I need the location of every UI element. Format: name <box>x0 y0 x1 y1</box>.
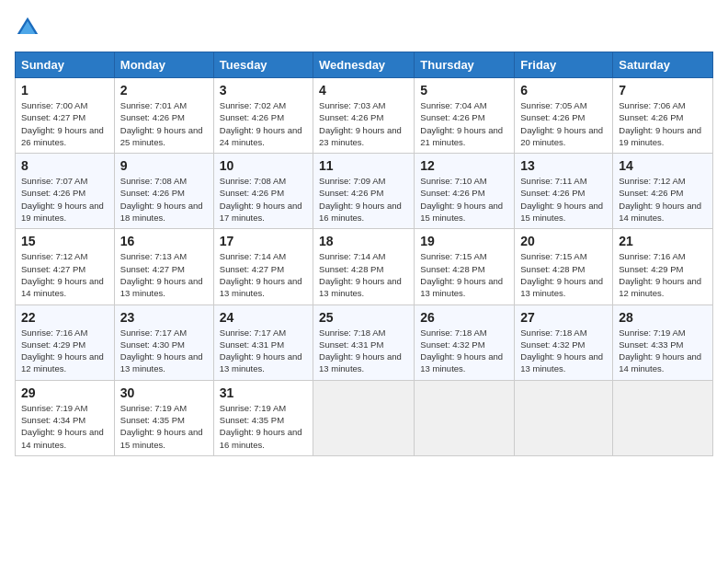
day-info: Sunrise: 7:06 AM Sunset: 4:26 PM Dayligh… <box>619 99 707 148</box>
day-info: Sunrise: 7:12 AM Sunset: 4:27 PM Dayligh… <box>21 250 108 299</box>
day-number: 31 <box>220 385 307 400</box>
calendar-cell: 18 Sunrise: 7:14 AM Sunset: 4:28 PM Dayl… <box>313 229 415 304</box>
calendar-cell: 14 Sunrise: 7:12 AM Sunset: 4:26 PM Dayl… <box>613 154 713 229</box>
day-info: Sunrise: 7:08 AM Sunset: 4:26 PM Dayligh… <box>220 175 307 224</box>
day-number: 3 <box>220 83 307 98</box>
day-number: 15 <box>21 234 108 248</box>
calendar-week-row: 15 Sunrise: 7:12 AM Sunset: 4:27 PM Dayl… <box>16 229 713 304</box>
day-info: Sunrise: 7:16 AM Sunset: 4:29 PM Dayligh… <box>21 327 108 375</box>
day-number: 13 <box>520 158 607 173</box>
calendar-week-row: 22 Sunrise: 7:16 AM Sunset: 4:29 PM Dayl… <box>16 304 713 380</box>
calendar-cell: 25 Sunrise: 7:18 AM Sunset: 4:31 PM Dayl… <box>313 304 415 380</box>
column-header-thursday: Thursday <box>415 52 515 78</box>
day-info: Sunrise: 7:07 AM Sunset: 4:26 PM Dayligh… <box>21 175 108 224</box>
day-info: Sunrise: 7:19 AM Sunset: 4:33 PM Dayligh… <box>619 327 707 375</box>
calendar-cell: 11 Sunrise: 7:09 AM Sunset: 4:26 PM Dayl… <box>313 154 415 229</box>
calendar-cell: 27 Sunrise: 7:18 AM Sunset: 4:32 PM Dayl… <box>515 304 613 380</box>
day-info: Sunrise: 7:02 AM Sunset: 4:26 PM Dayligh… <box>220 99 307 148</box>
calendar-cell <box>415 380 515 455</box>
calendar-cell: 17 Sunrise: 7:14 AM Sunset: 4:27 PM Dayl… <box>213 229 313 304</box>
calendar-cell: 23 Sunrise: 7:17 AM Sunset: 4:30 PM Dayl… <box>114 304 213 380</box>
day-number: 30 <box>120 385 208 400</box>
day-info: Sunrise: 7:04 AM Sunset: 4:26 PM Dayligh… <box>420 99 508 148</box>
logo-icon <box>15 15 40 40</box>
day-info: Sunrise: 7:03 AM Sunset: 4:26 PM Dayligh… <box>319 99 408 148</box>
day-info: Sunrise: 7:19 AM Sunset: 4:35 PM Dayligh… <box>220 402 307 451</box>
column-header-tuesday: Tuesday <box>213 52 313 78</box>
day-number: 4 <box>319 83 408 98</box>
day-number: 29 <box>21 385 108 400</box>
day-info: Sunrise: 7:01 AM Sunset: 4:26 PM Dayligh… <box>120 99 208 148</box>
calendar-cell: 9 Sunrise: 7:08 AM Sunset: 4:26 PM Dayli… <box>114 154 213 229</box>
page-header <box>15 15 713 40</box>
column-header-monday: Monday <box>114 52 213 78</box>
day-number: 11 <box>319 158 408 173</box>
calendar-cell: 15 Sunrise: 7:12 AM Sunset: 4:27 PM Dayl… <box>16 229 115 304</box>
calendar-cell: 13 Sunrise: 7:11 AM Sunset: 4:26 PM Dayl… <box>515 154 613 229</box>
column-header-sunday: Sunday <box>16 52 115 78</box>
day-info: Sunrise: 7:11 AM Sunset: 4:26 PM Dayligh… <box>520 175 607 224</box>
calendar-cell: 12 Sunrise: 7:10 AM Sunset: 4:26 PM Dayl… <box>415 154 515 229</box>
day-info: Sunrise: 7:09 AM Sunset: 4:26 PM Dayligh… <box>319 175 408 224</box>
day-info: Sunrise: 7:08 AM Sunset: 4:26 PM Dayligh… <box>120 175 208 224</box>
day-number: 9 <box>120 158 208 173</box>
calendar-cell: 8 Sunrise: 7:07 AM Sunset: 4:26 PM Dayli… <box>16 154 115 229</box>
day-info: Sunrise: 7:12 AM Sunset: 4:26 PM Dayligh… <box>619 175 707 224</box>
day-info: Sunrise: 7:14 AM Sunset: 4:27 PM Dayligh… <box>220 250 307 299</box>
day-info: Sunrise: 7:14 AM Sunset: 4:28 PM Dayligh… <box>319 250 408 299</box>
calendar-cell: 28 Sunrise: 7:19 AM Sunset: 4:33 PM Dayl… <box>613 304 713 380</box>
calendar-cell: 31 Sunrise: 7:19 AM Sunset: 4:35 PM Dayl… <box>213 380 313 455</box>
day-info: Sunrise: 7:13 AM Sunset: 4:27 PM Dayligh… <box>120 250 208 299</box>
day-number: 28 <box>619 310 707 325</box>
day-info: Sunrise: 7:19 AM Sunset: 4:34 PM Dayligh… <box>21 402 108 451</box>
calendar-cell: 24 Sunrise: 7:17 AM Sunset: 4:31 PM Dayl… <box>213 304 313 380</box>
day-number: 25 <box>319 310 408 325</box>
day-number: 26 <box>420 310 508 325</box>
calendar-cell: 6 Sunrise: 7:05 AM Sunset: 4:26 PM Dayli… <box>515 78 613 154</box>
day-info: Sunrise: 7:00 AM Sunset: 4:27 PM Dayligh… <box>21 99 108 148</box>
day-number: 8 <box>21 158 108 173</box>
column-header-wednesday: Wednesday <box>313 52 415 78</box>
calendar-week-row: 29 Sunrise: 7:19 AM Sunset: 4:34 PM Dayl… <box>16 380 713 455</box>
column-header-friday: Friday <box>515 52 613 78</box>
day-number: 17 <box>220 234 307 248</box>
day-info: Sunrise: 7:15 AM Sunset: 4:28 PM Dayligh… <box>420 250 508 299</box>
calendar-cell: 26 Sunrise: 7:18 AM Sunset: 4:32 PM Dayl… <box>415 304 515 380</box>
calendar-cell: 16 Sunrise: 7:13 AM Sunset: 4:27 PM Dayl… <box>114 229 213 304</box>
day-number: 20 <box>520 234 607 248</box>
day-number: 14 <box>619 158 707 173</box>
calendar-cell: 5 Sunrise: 7:04 AM Sunset: 4:26 PM Dayli… <box>415 78 515 154</box>
day-number: 21 <box>619 234 707 248</box>
calendar-cell: 20 Sunrise: 7:15 AM Sunset: 4:28 PM Dayl… <box>515 229 613 304</box>
calendar-cell: 2 Sunrise: 7:01 AM Sunset: 4:26 PM Dayli… <box>114 78 213 154</box>
day-number: 16 <box>120 234 208 248</box>
day-number: 19 <box>420 234 508 248</box>
logo <box>15 15 44 40</box>
calendar-cell: 4 Sunrise: 7:03 AM Sunset: 4:26 PM Dayli… <box>313 78 415 154</box>
calendar-cell: 22 Sunrise: 7:16 AM Sunset: 4:29 PM Dayl… <box>16 304 115 380</box>
calendar-week-row: 8 Sunrise: 7:07 AM Sunset: 4:26 PM Dayli… <box>16 154 713 229</box>
day-info: Sunrise: 7:17 AM Sunset: 4:31 PM Dayligh… <box>220 327 307 375</box>
day-info: Sunrise: 7:19 AM Sunset: 4:35 PM Dayligh… <box>120 402 208 451</box>
day-number: 27 <box>520 310 607 325</box>
calendar-header-row: SundayMondayTuesdayWednesdayThursdayFrid… <box>16 52 713 78</box>
day-info: Sunrise: 7:18 AM Sunset: 4:32 PM Dayligh… <box>520 327 607 375</box>
column-header-saturday: Saturday <box>613 52 713 78</box>
day-info: Sunrise: 7:17 AM Sunset: 4:30 PM Dayligh… <box>120 327 208 375</box>
calendar-table: SundayMondayTuesdayWednesdayThursdayFrid… <box>15 52 713 456</box>
calendar-cell: 29 Sunrise: 7:19 AM Sunset: 4:34 PM Dayl… <box>16 380 115 455</box>
calendar-cell: 30 Sunrise: 7:19 AM Sunset: 4:35 PM Dayl… <box>114 380 213 455</box>
day-info: Sunrise: 7:16 AM Sunset: 4:29 PM Dayligh… <box>619 250 707 299</box>
day-number: 12 <box>420 158 508 173</box>
day-number: 5 <box>420 83 508 98</box>
day-info: Sunrise: 7:18 AM Sunset: 4:32 PM Dayligh… <box>420 327 508 375</box>
day-number: 2 <box>120 83 208 98</box>
calendar-cell <box>613 380 713 455</box>
day-number: 6 <box>520 83 607 98</box>
day-number: 23 <box>120 310 208 325</box>
calendar-cell: 1 Sunrise: 7:00 AM Sunset: 4:27 PM Dayli… <box>16 78 115 154</box>
calendar-cell: 10 Sunrise: 7:08 AM Sunset: 4:26 PM Dayl… <box>213 154 313 229</box>
day-number: 24 <box>220 310 307 325</box>
day-number: 1 <box>21 83 108 98</box>
calendar-cell: 19 Sunrise: 7:15 AM Sunset: 4:28 PM Dayl… <box>415 229 515 304</box>
